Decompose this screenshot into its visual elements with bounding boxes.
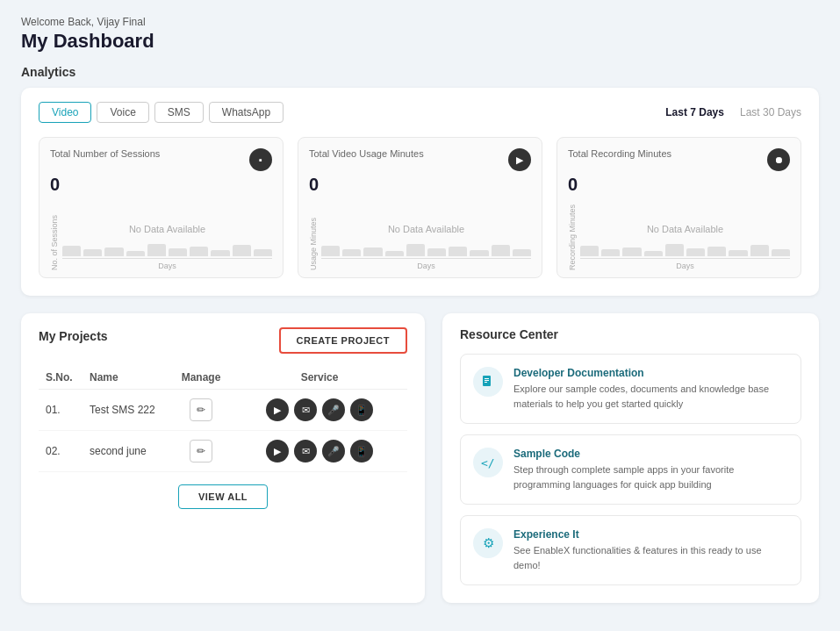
edit-button[interactable]: ✏ xyxy=(190,398,212,421)
row-name: Test SMS 222 xyxy=(83,390,170,431)
mic-icon[interactable]: 🎤 xyxy=(322,440,345,462)
edit-button[interactable]: ✏ xyxy=(190,440,212,462)
bar xyxy=(104,247,123,256)
bar xyxy=(147,244,166,256)
bar xyxy=(601,249,620,256)
bar xyxy=(321,246,340,256)
resource-description: Step through complete sample apps in you… xyxy=(513,462,788,491)
chart-usage: Total Video Usage Minutes ▶ 0 Usage Minu… xyxy=(298,137,542,278)
resource-description: See EnableX functionalities & features i… xyxy=(513,543,788,572)
row-no: 01. xyxy=(39,390,83,431)
video-icon[interactable]: ▶ xyxy=(266,398,289,421)
bar xyxy=(622,247,641,256)
projects-section-title: My Projects xyxy=(39,329,108,343)
chart-usage-body: No Data Available Days xyxy=(321,200,531,270)
chart-usage-icon: ▶ xyxy=(508,148,531,171)
chat-icon[interactable]: ✉ xyxy=(294,398,317,421)
bar xyxy=(233,245,251,256)
svg-rect-2 xyxy=(485,380,489,381)
analytics-card: Video Voice SMS WhatsApp Last 7 Days Las… xyxy=(21,88,819,296)
resource-header: Resource Center xyxy=(460,327,801,341)
row-service: ▶✉🎤📱 xyxy=(232,431,407,472)
resource-item[interactable]: Developer DocumentationExplore our sampl… xyxy=(460,354,801,424)
resource-title: Experience It xyxy=(513,528,788,541)
chart-sessions: Total Number of Sessions ▪ 0 No. of Sess… xyxy=(39,137,284,278)
row-manage: ✏ xyxy=(170,431,232,472)
chart-usage-label: Total Video Usage Minutes xyxy=(309,148,424,159)
resource-icon: </> xyxy=(473,448,503,477)
svg-text:</>: </> xyxy=(481,456,495,470)
table-row: 02.second june✏▶✉🎤📱 xyxy=(39,431,407,472)
bar xyxy=(470,250,488,256)
chart-usage-value: 0 xyxy=(309,175,531,195)
bar xyxy=(169,248,187,256)
mic-icon[interactable]: 🎤 xyxy=(322,398,345,421)
table-header-row: S.No. Name Manage Service xyxy=(39,366,407,390)
bar xyxy=(254,249,272,256)
chart-sessions-bars: No Data Available xyxy=(62,200,272,259)
chart-recording-label: Total Recording Minutes xyxy=(568,148,671,159)
bar xyxy=(211,250,229,256)
filter-last-7-days[interactable]: Last 7 Days xyxy=(665,106,724,118)
chart-recording-bars: No Data Available xyxy=(580,200,790,259)
filter-last-30-days[interactable]: Last 30 Days xyxy=(740,106,801,118)
chart-sessions-xlabel: Days xyxy=(62,262,272,270)
col-manage: Manage xyxy=(170,366,232,390)
tab-whatsapp[interactable]: WhatsApp xyxy=(209,102,284,123)
bar xyxy=(385,251,404,256)
bar xyxy=(406,244,425,256)
bottom-section: My Projects CREATE PROJECT S.No. Name Ma… xyxy=(21,313,819,603)
table-row: 01.Test SMS 222✏▶✉🎤📱 xyxy=(39,390,407,431)
projects-table: S.No. Name Manage Service 01.Test SMS 22… xyxy=(39,366,407,472)
view-all-button[interactable]: VIEW ALL xyxy=(178,484,268,509)
welcome-text: Welcome Back, Vijay Final xyxy=(21,16,819,28)
whatsapp-icon[interactable]: 📱 xyxy=(350,398,373,421)
svg-rect-3 xyxy=(485,382,487,383)
chat-icon[interactable]: ✉ xyxy=(294,440,317,462)
tab-voice[interactable]: Voice xyxy=(97,102,148,123)
page-wrapper: Welcome Back, Vijay Final My Dashboard A… xyxy=(0,0,840,619)
chart-sessions-icon: ▪ xyxy=(249,148,272,171)
tab-sms[interactable]: SMS xyxy=(154,102,204,123)
time-filter-group: Last 7 Days Last 30 Days xyxy=(665,106,801,118)
resource-card: Resource Center Developer DocumentationE… xyxy=(442,313,819,603)
bar xyxy=(729,250,747,256)
bar xyxy=(363,247,382,256)
bar xyxy=(772,249,790,256)
bar xyxy=(190,247,208,256)
chart-sessions-header: Total Number of Sessions ▪ xyxy=(50,148,272,171)
chart-recording-icon: ⏺ xyxy=(767,148,790,171)
resource-section-title: Resource Center xyxy=(460,327,801,341)
row-manage: ✏ xyxy=(170,390,232,431)
bar xyxy=(707,247,726,256)
resource-icon: ⚙ xyxy=(473,528,503,558)
video-icon[interactable]: ▶ xyxy=(266,440,289,462)
bar xyxy=(513,249,531,256)
resource-title: Sample Code xyxy=(513,448,788,460)
bar xyxy=(580,246,599,256)
chart-recording-xlabel: Days xyxy=(580,262,790,270)
bar xyxy=(750,245,769,256)
chart-recording-body: No Data Available Days xyxy=(580,200,790,270)
create-project-button[interactable]: CREATE PROJECT xyxy=(279,327,407,354)
resource-icon xyxy=(473,367,503,397)
projects-card: My Projects CREATE PROJECT S.No. Name Ma… xyxy=(21,313,425,603)
chart-sessions-area: No. of Sessions xyxy=(50,200,272,270)
bar xyxy=(83,249,102,256)
chart-sessions-ylabel: No. of Sessions xyxy=(50,215,59,270)
bar xyxy=(449,247,467,256)
chart-recording-area: Recording Minutes xyxy=(568,200,790,270)
col-service: Service xyxy=(232,366,407,390)
whatsapp-icon[interactable]: 📱 xyxy=(350,440,373,462)
chart-usage-bars: No Data Available xyxy=(321,200,531,259)
row-no: 02. xyxy=(39,431,83,472)
no-data-usage: No Data Available xyxy=(388,224,464,234)
chart-recording-header: Total Recording Minutes ⏺ xyxy=(568,148,790,171)
chart-usage-xlabel: Days xyxy=(321,262,531,270)
resource-item[interactable]: </>Sample CodeStep through complete samp… xyxy=(460,434,801,505)
resource-item[interactable]: ⚙Experience ItSee EnableX functionalitie… xyxy=(460,515,801,585)
bar xyxy=(644,251,663,256)
chart-sessions-value: 0 xyxy=(50,175,272,195)
row-name: second june xyxy=(83,431,170,472)
tab-video[interactable]: Video xyxy=(39,102,91,123)
